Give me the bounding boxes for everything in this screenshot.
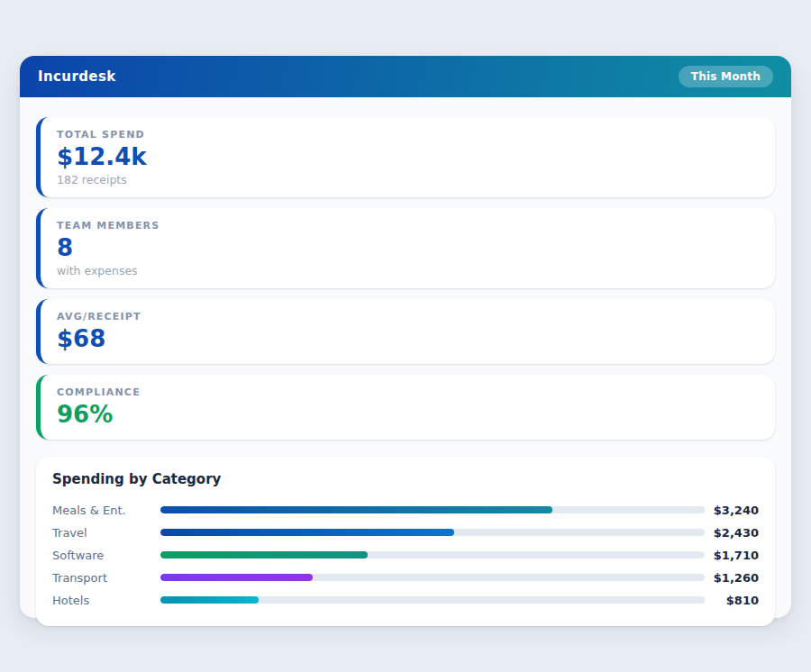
bar-track <box>160 506 705 513</box>
category-label: Hotels <box>52 594 160 607</box>
chart-row-hotels: Hotels $810 <box>52 589 759 612</box>
stat-label: TEAM MEMBERS <box>57 220 759 232</box>
stat-card-team-members: TEAM MEMBERS 8 with expenses <box>36 208 775 288</box>
category-value: $3,240 <box>712 504 759 517</box>
stat-label: AVG/RECEIPT <box>57 311 759 322</box>
chart-title: Spending by Category <box>52 471 759 487</box>
category-label: Meals & Ent. <box>52 504 160 517</box>
stat-value: 96% <box>57 402 759 429</box>
stat-subtext: with expenses <box>57 264 759 277</box>
spending-by-category-chart: Spending by Category Meals & Ent. $3,240… <box>36 457 775 626</box>
app-header: Incurdesk This Month <box>20 56 791 97</box>
bar-track <box>160 596 705 604</box>
app-title: Incurdesk <box>38 68 116 85</box>
bar-fill-hotels <box>160 596 259 604</box>
chart-row-transport: Transport $1,260 <box>52 567 759 589</box>
category-value: $810 <box>712 594 759 607</box>
stat-card-avg-receipt: AVG/RECEIPT $68 <box>36 299 775 364</box>
stat-value: $12.4k <box>57 144 759 171</box>
category-label: Transport <box>52 571 160 585</box>
category-value: $2,430 <box>712 526 759 540</box>
chart-row-software: Software $1,710 <box>52 544 759 567</box>
bar-track <box>160 551 705 558</box>
stat-value: 8 <box>57 235 759 262</box>
category-value: $1,260 <box>712 571 759 585</box>
stat-card-total-spend: TOTAL SPEND $12.4k 182 receipts <box>36 117 775 197</box>
stat-label: COMPLIANCE <box>57 386 759 398</box>
bar-track <box>160 529 705 536</box>
period-filter-badge[interactable]: This Month <box>679 66 773 87</box>
category-label: Software <box>52 549 160 562</box>
category-value: $1,710 <box>712 549 759 562</box>
stat-card-compliance: COMPLIANCE 96% <box>36 375 775 440</box>
chart-row-travel: Travel $2,430 <box>52 522 759 544</box>
stat-value: $68 <box>57 326 759 353</box>
stat-subtext: 182 receipts <box>57 173 759 186</box>
category-label: Travel <box>52 526 160 540</box>
dashboard-panel: Incurdesk This Month TOTAL SPEND $12.4k … <box>20 56 791 618</box>
bar-fill-transport <box>160 574 313 581</box>
dashboard-content: TOTAL SPEND $12.4k 182 receipts TEAM MEM… <box>20 97 791 626</box>
bar-fill-meals <box>160 506 552 513</box>
stat-label: TOTAL SPEND <box>57 129 759 141</box>
bar-fill-travel <box>160 529 454 536</box>
chart-row-meals: Meals & Ent. $3,240 <box>52 499 759 522</box>
bar-track <box>160 574 705 581</box>
bar-fill-software <box>160 551 368 558</box>
